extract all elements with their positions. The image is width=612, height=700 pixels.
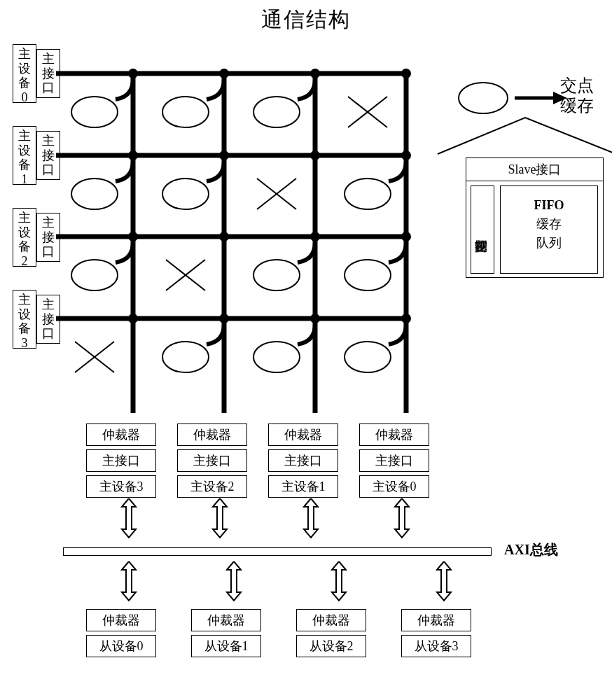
svg-point-20: [128, 314, 138, 323]
crosspoint-cache-icon: [162, 342, 209, 372]
crosspoint-cache-icon: [253, 97, 300, 127]
master-device-label: 主设备0: [13, 44, 36, 103]
master-device-label: 主设备3: [13, 290, 36, 349]
slave-0: 仲裁器 从设备0: [86, 609, 156, 657]
slave-arbiter: 仲裁器: [401, 609, 471, 631]
arbiter-dev: 主设备1: [268, 475, 338, 498]
crosspoint-cache-icon: [253, 260, 300, 290]
svg-point-12: [128, 150, 138, 160]
svg-point-28: [459, 83, 508, 113]
arrows-bottom: [84, 561, 483, 603]
slave-device: 从设备0: [86, 635, 156, 657]
arbiter-label: 仲裁器: [268, 424, 338, 446]
svg-point-21: [219, 314, 229, 323]
axi-bus-bar: [63, 547, 492, 556]
slave-2: 仲裁器 从设备2: [296, 609, 366, 657]
slave-arbiter: 仲裁器: [191, 609, 261, 631]
arbiter-dev: 主设备0: [359, 475, 429, 498]
svg-point-19: [401, 232, 411, 241]
svg-point-18: [310, 232, 320, 241]
arbiter-port: 主接口: [177, 449, 247, 472]
crosspoint-cache-icon: [71, 178, 118, 209]
svg-point-10: [310, 69, 320, 78]
svg-point-14: [310, 150, 320, 160]
arbiter-label: 仲裁器: [86, 424, 156, 446]
slave-arbiter: 仲裁器: [86, 609, 156, 631]
legend-fifo-text-inner: FIFO缓存队列: [508, 196, 590, 253]
legend-detail-box: Slave接口 控制逻辑 FIFO缓存队列: [466, 158, 604, 278]
crosspoint-cache-icon: [162, 97, 209, 127]
axi-bus-label: AXI总线: [504, 540, 558, 559]
svg-point-23: [401, 314, 411, 323]
slave-device: 从设备3: [401, 635, 471, 657]
svg-point-16: [128, 232, 138, 241]
arbiter-top-0: 仲裁器 主接口 主设备3: [86, 424, 156, 498]
arbiter-port: 主接口: [359, 449, 429, 472]
crosspoint-cache-icon: [71, 97, 118, 127]
svg-point-13: [219, 150, 229, 160]
legend-roof: [434, 112, 612, 161]
svg-point-22: [310, 314, 320, 323]
master-device-label: 主设备1: [13, 126, 36, 185]
legend-crosspoint-text: 交点缓存: [560, 76, 595, 116]
arbiter-label: 仲裁器: [359, 424, 429, 446]
arbiter-port: 主接口: [268, 449, 338, 472]
slave-device: 从设备2: [296, 635, 366, 657]
svg-point-11: [401, 69, 411, 78]
slave-3: 仲裁器 从设备3: [401, 609, 471, 657]
legend-control-logic-text: 控制逻辑: [471, 186, 492, 273]
diagram-title: 通信结构: [0, 6, 612, 34]
arrows-top: [84, 498, 448, 540]
arbiter-port: 主接口: [86, 449, 156, 472]
arbiter-top-2: 仲裁器 主接口 主设备1: [268, 424, 338, 498]
slave-arbiter: 仲裁器: [296, 609, 366, 631]
arbiter-dev: 主设备3: [86, 475, 156, 498]
arbiter-dev: 主设备2: [177, 475, 247, 498]
legend-fifo-box: FIFO缓存队列: [500, 186, 598, 274]
crosspoint-cache-icon: [345, 260, 391, 290]
legend-fifo-text: FIFO缓存队列: [501, 186, 597, 262]
legend-slave-port: Slave接口: [466, 158, 603, 181]
crossbar-grid: [56, 56, 427, 413]
legend-control-logic-box: 控制逻辑: [471, 186, 494, 274]
svg-point-15: [401, 150, 411, 160]
legend-crosspoint-label: 交点缓存: [560, 76, 602, 116]
crosspoint-cache-icon: [345, 342, 391, 372]
slave-device: 从设备1: [191, 635, 261, 657]
svg-point-17: [219, 232, 229, 241]
svg-point-9: [219, 69, 229, 78]
crosspoint-cache-icon: [253, 342, 300, 372]
crosspoint-cache-icon: [162, 178, 209, 209]
svg-point-8: [128, 69, 138, 78]
master-device-label: 主设备2: [13, 208, 36, 267]
crosspoint-cache-icon: [71, 260, 118, 290]
slave-1: 仲裁器 从设备1: [191, 609, 261, 657]
arbiter-top-3: 仲裁器 主接口 主设备0: [359, 424, 429, 498]
crosspoint-cache-icon: [345, 178, 391, 209]
arbiter-top-1: 仲裁器 主接口 主设备2: [177, 424, 247, 498]
arbiter-label: 仲裁器: [177, 424, 247, 446]
